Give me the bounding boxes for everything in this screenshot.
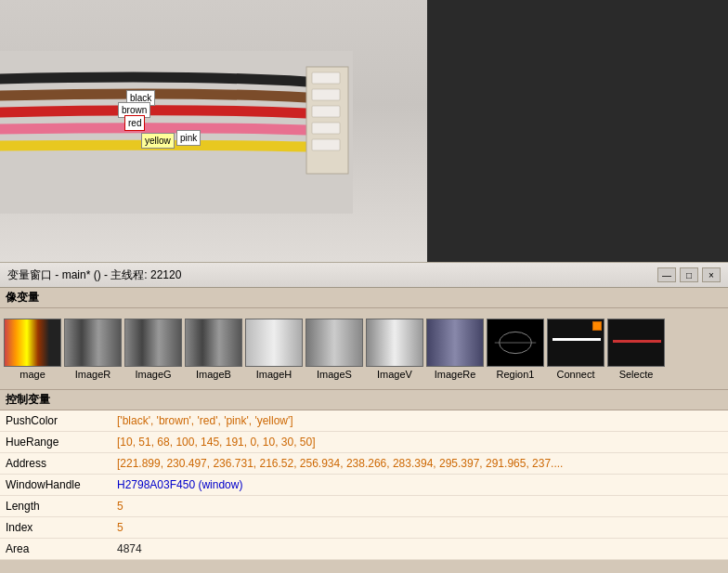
thumb-selecte[interactable]: Selecte (607, 319, 665, 380)
thumb-label-image: mage (20, 369, 46, 380)
var-row-huerange: HueRange [10, 51, 68, 100, 145, 191, 0, … (0, 432, 728, 453)
thumb-label-imageG: ImageG (135, 369, 171, 380)
thumbnails-section: mage ImageR ImageG ImageB ImageH ImageS … (0, 308, 728, 390)
orange-indicator (592, 321, 602, 331)
thumb-label-region1: Region1 (497, 369, 535, 380)
variables-section: PushColor ['black', 'brown', 'red', 'pin… (0, 410, 728, 560)
var-row-pushcolor: PushColor ['black', 'brown', 'red', 'pin… (0, 410, 728, 432)
thumb-img-imageRe (426, 319, 484, 367)
image-area: black brown red yellow pink (0, 0, 728, 262)
svg-rect-3 (312, 89, 340, 100)
var-name-windowhandle: WindowHandle (0, 476, 111, 493)
label-pink: pink (176, 130, 201, 146)
thumb-img-connect (547, 319, 604, 367)
thumb-label-selecte: Selecte (619, 369, 654, 380)
image-vars-header: 像变量 (0, 288, 728, 308)
thumb-imageV[interactable]: ImageV (366, 319, 423, 380)
var-name-pushcolor: PushColor (0, 412, 111, 429)
svg-rect-2 (312, 72, 340, 84)
var-name-area: Area (0, 540, 111, 557)
var-row-length: Length 5 (0, 496, 728, 517)
thumb-imageR[interactable]: ImageR (64, 319, 122, 380)
thumb-img-imageB (185, 319, 242, 367)
var-name-address: Address (0, 455, 111, 472)
var-value-length: 5 (111, 498, 728, 514)
thumb-label-imageV: ImageV (377, 369, 412, 380)
thumb-img-imageS (306, 319, 363, 367)
title-controls: — □ × (657, 267, 721, 282)
svg-rect-4 (312, 106, 340, 117)
title-bar: 变量窗口 - main* () - 主线程: 22120 — □ × (0, 262, 728, 288)
var-value-index: 5 (111, 519, 728, 536)
svg-point-8 (500, 332, 532, 353)
thumb-imageS[interactable]: ImageS (306, 319, 363, 380)
var-value-pushcolor: ['black', 'brown', 'red', 'pink', 'yello… (111, 412, 728, 429)
label-red: red (124, 115, 145, 131)
thumb-imageRe[interactable]: ImageRe (426, 319, 484, 380)
thumb-connect[interactable]: Connect (547, 319, 604, 380)
svg-rect-5 (312, 123, 340, 134)
thumb-label-imageB: ImageB (196, 369, 231, 380)
thumb-label-imageR: ImageR (75, 369, 111, 380)
thumb-img-imageG (124, 319, 182, 367)
window-title: 变量窗口 - main* () - 主线程: 22120 (7, 267, 181, 283)
minimize-button[interactable]: — (657, 267, 676, 282)
var-name-length: Length (0, 498, 111, 514)
thumb-img-imageR (64, 319, 122, 367)
thumb-label-imageRe: ImageRe (435, 369, 476, 380)
thumb-imageG[interactable]: ImageG (124, 319, 182, 380)
svg-rect-7 (488, 319, 543, 365)
thumb-label-imageS: ImageS (317, 369, 352, 380)
thumb-label-connect: Connect (557, 369, 595, 380)
var-row-index: Index 5 (0, 517, 728, 539)
thumb-label-imageH: ImageH (256, 369, 292, 380)
dark-panel (427, 0, 728, 262)
var-row-area: Area 4874 (0, 539, 728, 560)
var-value-area: 4874 (111, 540, 728, 557)
thumb-imageH[interactable]: ImageH (245, 319, 303, 380)
var-value-address: [221.899, 230.497, 236.731, 216.52, 256.… (111, 455, 728, 472)
thumb-imageB[interactable]: ImageB (185, 319, 242, 380)
var-name-index: Index (0, 519, 111, 536)
var-row-windowhandle: WindowHandle H2798A03F450 (window) (0, 475, 728, 496)
thumb-img-imageV (366, 319, 423, 367)
thumb-img-region1 (487, 319, 544, 367)
close-button[interactable]: × (702, 267, 721, 282)
main-image: black brown red yellow pink (0, 0, 427, 262)
var-value-huerange: [10, 51, 68, 100, 145, 191, 0, 10, 30, 5… (111, 434, 728, 450)
control-vars-header: 控制变量 (0, 390, 728, 410)
thumb-img-image (4, 319, 61, 367)
thumb-region1[interactable]: Region1 (487, 319, 544, 380)
var-name-huerange: HueRange (0, 434, 111, 450)
svg-rect-6 (312, 139, 340, 150)
thumb-image[interactable]: mage (4, 319, 61, 380)
thumb-img-selecte (607, 319, 665, 367)
restore-button[interactable]: □ (680, 267, 698, 282)
var-value-windowhandle: H2798A03F450 (window) (111, 476, 728, 493)
label-yellow: yellow (141, 133, 175, 149)
thumb-img-imageH (245, 319, 303, 367)
var-row-address: Address [221.899, 230.497, 236.731, 216.… (0, 453, 728, 475)
